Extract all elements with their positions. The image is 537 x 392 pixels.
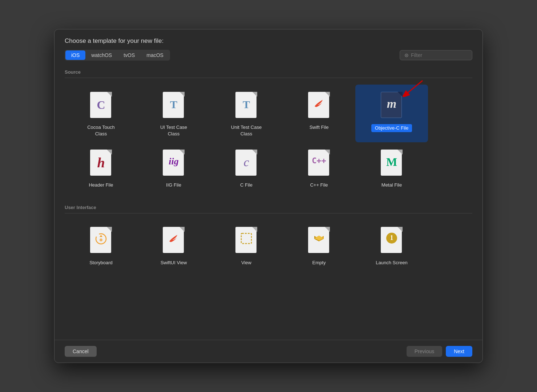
- view-icon: [234, 225, 259, 256]
- objective-c-label: Objective-C File: [371, 124, 412, 132]
- c-file-label: C File: [240, 182, 253, 188]
- previous-button[interactable]: Previous: [407, 346, 442, 357]
- template-dialog: Choose a template for your new file: iOS…: [54, 29, 483, 363]
- item-header-file[interactable]: h Header File: [65, 142, 137, 193]
- ui-test-case-label: UI Test CaseClass: [160, 124, 187, 137]
- item-metal-file[interactable]: M Metal File: [355, 142, 428, 193]
- svg-line-1: [408, 81, 423, 93]
- view-label: View: [241, 260, 251, 266]
- item-swiftui-view[interactable]: SwiftUI View: [137, 220, 210, 271]
- objective-c-icon: m: [379, 90, 404, 121]
- header-file-label: Header File: [89, 182, 113, 188]
- tab-ios[interactable]: iOS: [65, 50, 85, 60]
- platform-tabs: iOS watchOS tvOS macOS: [65, 50, 170, 61]
- swiftui-view-label: SwiftUI View: [161, 260, 187, 266]
- empty-icon: [306, 225, 332, 256]
- swiftui-view-icon: [161, 225, 186, 256]
- item-c-file[interactable]: c C File: [210, 142, 283, 193]
- storyboard-icon: [88, 225, 114, 256]
- item-ui-test-case-class[interactable]: T UI Test CaseClass: [137, 85, 210, 142]
- toolbar: iOS watchOS tvOS macOS ⊜: [54, 50, 483, 66]
- storyboard-label: Storyboard: [89, 260, 113, 266]
- item-cpp-file[interactable]: C++ C++ File: [283, 142, 355, 193]
- item-empty[interactable]: Empty: [283, 220, 355, 271]
- section-header-user-interface: User Interface: [65, 201, 472, 213]
- item-cocoa-touch-class[interactable]: C Cocoa TouchClass: [65, 85, 137, 142]
- svg-text:1: 1: [390, 234, 393, 241]
- content-area: Source C Cocoa TouchClass: [54, 66, 483, 340]
- launch-screen-icon: 1: [379, 225, 404, 256]
- item-objective-c-file[interactable]: m Objective-C File: [355, 85, 428, 142]
- item-iig-file[interactable]: iig IIG File: [137, 142, 210, 193]
- launch-screen-label: Launch Screen: [376, 260, 407, 266]
- swift-file-icon: [306, 90, 332, 121]
- ui-test-case-icon: T: [161, 90, 186, 121]
- dialog-title: Choose a template for your new file:: [54, 29, 483, 50]
- cancel-button[interactable]: Cancel: [65, 346, 97, 357]
- metal-file-icon: M: [379, 147, 404, 178]
- cpp-file-label: C++ File: [310, 182, 328, 188]
- tab-tvos[interactable]: tvOS: [118, 50, 141, 60]
- tab-watchos[interactable]: watchOS: [85, 50, 118, 60]
- iig-file-icon: iig: [161, 147, 186, 178]
- filter-input[interactable]: [411, 52, 468, 58]
- section-header-source: Source: [65, 66, 472, 78]
- item-storyboard[interactable]: Storyboard: [65, 220, 137, 271]
- item-swift-file[interactable]: Swift File: [283, 85, 355, 142]
- footer-right: Previous Next: [407, 346, 472, 357]
- svg-rect-4: [241, 233, 251, 244]
- next-button[interactable]: Next: [446, 346, 472, 357]
- item-launch-screen[interactable]: 1 Launch Screen: [355, 220, 428, 271]
- unit-test-case-icon: T: [234, 90, 259, 121]
- svg-point-3: [100, 238, 102, 241]
- empty-label: Empty: [312, 260, 326, 266]
- metal-file-label: Metal File: [381, 182, 402, 188]
- item-unit-test-case-class[interactable]: T Unit Test CaseClass: [210, 85, 283, 142]
- item-view[interactable]: View: [210, 220, 283, 271]
- source-items-grid: C Cocoa TouchClass T UI Test CaseClass: [65, 81, 472, 201]
- user-interface-items-grid: Storyboard SwiftUI View: [65, 216, 472, 278]
- dialog-footer: Cancel Previous Next: [54, 340, 483, 363]
- tab-macos[interactable]: macOS: [141, 50, 169, 60]
- filter-box: ⊜: [400, 50, 472, 60]
- filter-icon: ⊜: [404, 52, 409, 58]
- header-file-icon: h: [88, 147, 114, 178]
- unit-test-case-label: Unit Test CaseClass: [231, 124, 262, 137]
- c-file-icon: c: [234, 147, 259, 178]
- iig-file-label: IIG File: [166, 182, 181, 188]
- cocoa-touch-class-label: Cocoa TouchClass: [87, 124, 115, 137]
- cocoa-touch-class-icon: C: [88, 90, 114, 121]
- svg-marker-7: [314, 236, 324, 241]
- swift-file-label: Swift File: [310, 124, 329, 131]
- cpp-file-icon: C++: [306, 147, 332, 178]
